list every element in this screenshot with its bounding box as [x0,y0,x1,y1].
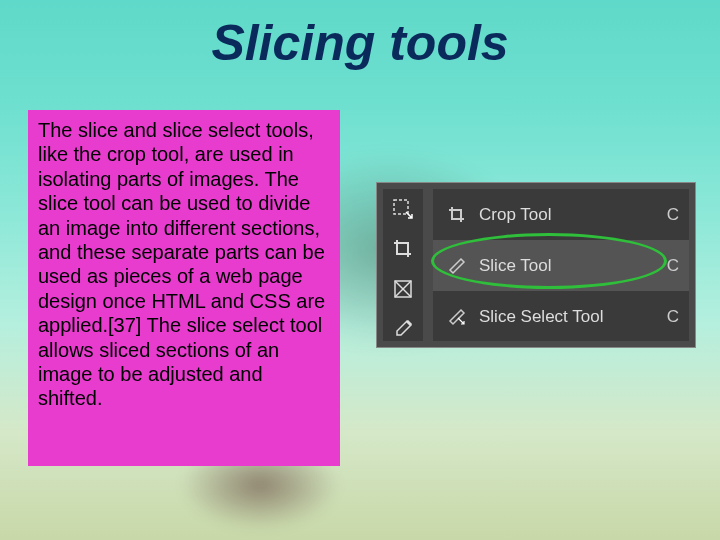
flyout-key: C [661,205,679,225]
flyout-row-crop: Crop Tool C [433,189,689,240]
flyout-label: Slice Select Tool [479,307,661,327]
slice-select-tool-icon [443,307,471,327]
flyout-key: C [661,256,679,276]
eyedropper-icon [383,309,423,349]
flyout-label: Slice Tool [479,256,661,276]
marquee-icon [383,189,423,229]
flyout-row-slice-select: Slice Select Tool C [433,291,689,342]
slice-icon [383,269,423,309]
flyout-menu: Crop Tool C Slice Tool C Slice Select To… [433,189,689,341]
flyout-row-slice: Slice Tool C [433,240,689,291]
tool-strip [383,189,423,341]
body-text: The slice and slice select tools, like t… [28,110,340,466]
crop-icon [383,229,423,269]
slice-tool-icon [443,256,471,276]
slide-title: Slicing tools [0,14,720,72]
flyout-key: C [661,307,679,327]
svg-rect-0 [394,200,408,214]
tool-panel-screenshot: Crop Tool C Slice Tool C Slice Select To… [376,182,696,348]
flyout-label: Crop Tool [479,205,661,225]
crop-tool-icon [443,205,471,225]
